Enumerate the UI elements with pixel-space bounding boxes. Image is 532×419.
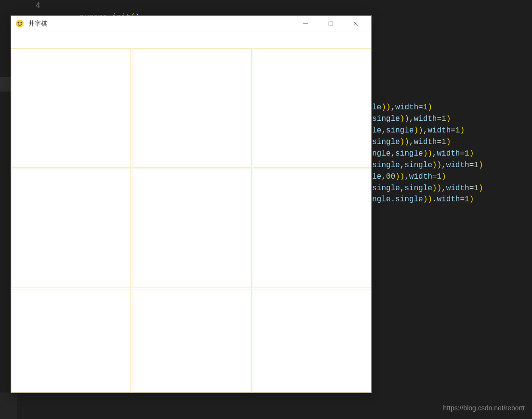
- code-partial: ngle,single)),width=1): [372, 148, 474, 159]
- grid-cell-1-2[interactable]: [253, 169, 371, 288]
- code-partial: single,single)),width=1): [372, 159, 483, 171]
- grid-cell-1-0[interactable]: [11, 169, 131, 288]
- grid-cell-1-1[interactable]: [132, 169, 252, 288]
- code-partial: le,single)),width=1): [372, 125, 465, 136]
- code-partial: single)),width=1): [372, 136, 451, 148]
- watermark: https://blog.csdn.net/rebortt: [443, 404, 525, 412]
- window-title: 井字棋: [28, 19, 298, 28]
- grid-cell-0-0[interactable]: [11, 48, 131, 168]
- window-controls: [298, 18, 367, 29]
- sidebar-bottom: [0, 393, 17, 419]
- window-titlebar[interactable]: 井字棋: [11, 16, 371, 31]
- grid-cell-0-2[interactable]: [253, 48, 371, 168]
- minimize-button[interactable]: [298, 18, 313, 29]
- line-number-4: 4: [36, 0, 40, 12]
- svg-point-1: [18, 22, 19, 23]
- svg-point-0: [16, 20, 24, 27]
- grid-cell-2-0[interactable]: [11, 289, 131, 393]
- code-partial: le)),width=1): [372, 102, 432, 113]
- grid-cell-0-1[interactable]: [132, 48, 252, 168]
- svg-point-2: [21, 22, 22, 23]
- code-partial: ngle.single)).width=1): [372, 194, 474, 205]
- close-button[interactable]: [348, 18, 363, 29]
- pygame-window: 井字棋: [11, 15, 372, 393]
- code-partial: le,00)),width=1): [372, 171, 446, 183]
- code-partial: single)),width=1): [372, 113, 451, 125]
- code-partial: single,single)),width=1): [372, 183, 483, 194]
- grid-cell-2-2[interactable]: [253, 289, 371, 393]
- svg-rect-4: [329, 22, 333, 26]
- game-canvas[interactable]: [11, 31, 371, 393]
- maximize-button[interactable]: [323, 18, 338, 29]
- grid-cell-2-1[interactable]: [132, 289, 252, 393]
- pygame-icon: [15, 19, 25, 28]
